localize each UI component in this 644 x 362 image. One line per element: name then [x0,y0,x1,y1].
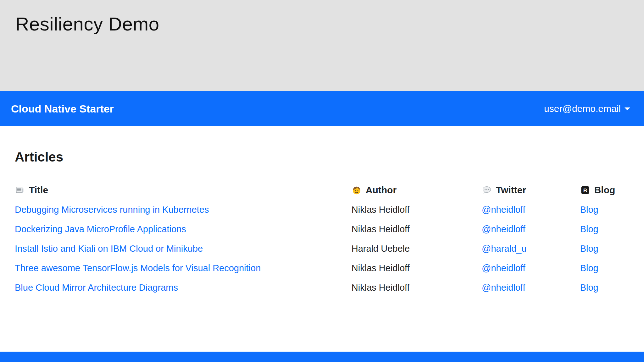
column-header-title: Title [15,180,352,200]
article-twitter-link[interactable]: @nheidloff [482,205,525,215]
column-label-twitter: Twitter [496,185,526,195]
user-menu-dropdown[interactable]: user@demo.email [544,103,630,114]
column-label-title: Title [29,185,48,195]
table-row: Three awesome TensorFlow.js Models for V… [15,258,629,278]
column-header-blog: B Blog [580,180,629,200]
table-row: Install Istio and Kiali on IBM Cloud or … [15,239,629,258]
svg-text:B: B [583,187,587,194]
table-header-row: Title Author [15,180,629,200]
article-blog-link[interactable]: Blog [580,224,598,234]
article-twitter-link[interactable]: @harald_u [482,244,526,254]
column-header-twitter: Twitter [482,180,580,200]
article-title-link[interactable]: Install Istio and Kiali on IBM Cloud or … [15,244,203,254]
article-author: Niklas Heidloff [352,219,482,239]
article-twitter-link[interactable]: @nheidloff [482,224,525,234]
b-button-icon: B [580,185,590,195]
article-twitter-link[interactable]: @nheidloff [482,263,525,273]
footer-bar [0,352,644,362]
article-author: Harald Uebele [352,239,482,258]
article-blog-link[interactable]: Blog [580,244,598,254]
article-author: Niklas Heidloff [352,200,482,219]
navbar-brand[interactable]: Cloud Native Starter [11,103,114,115]
table-row: Debugging Microservices running in Kuber… [15,200,629,219]
chevron-down-icon [625,107,630,113]
article-title-link[interactable]: Debugging Microservices running in Kuber… [15,205,209,215]
article-blog-link[interactable]: Blog [580,263,598,273]
article-author: Niklas Heidloff [352,278,482,297]
article-blog-link[interactable]: Blog [580,282,598,293]
speech-balloon-icon [482,185,492,195]
articles-table: Title Author [15,180,629,297]
person-icon [352,185,362,195]
column-label-author: Author [366,185,397,195]
article-author: Niklas Heidloff [352,258,482,278]
newspaper-icon [15,185,25,195]
article-title-link[interactable]: Blue Cloud Mirror Architecture Diagrams [15,282,178,293]
article-twitter-link[interactable]: @nheidloff [482,282,525,293]
column-header-author: Author [352,180,482,200]
article-title-link[interactable]: Three awesome TensorFlow.js Models for V… [15,263,261,273]
table-row: Blue Cloud Mirror Architecture Diagrams … [15,278,629,297]
user-email-label: user@demo.email [544,103,621,114]
main-content: Articles Title [0,150,644,297]
articles-heading: Articles [15,150,629,165]
article-title-link[interactable]: Dockerizing Java MicroProfile Applicatio… [15,224,186,234]
article-blog-link[interactable]: Blog [580,205,598,215]
navbar: Cloud Native Starter user@demo.email [0,91,644,126]
page-header: Resiliency Demo [0,0,644,91]
page-title: Resiliency Demo [15,13,644,35]
table-row: Dockerizing Java MicroProfile Applicatio… [15,219,629,239]
column-label-blog: Blog [594,185,615,195]
